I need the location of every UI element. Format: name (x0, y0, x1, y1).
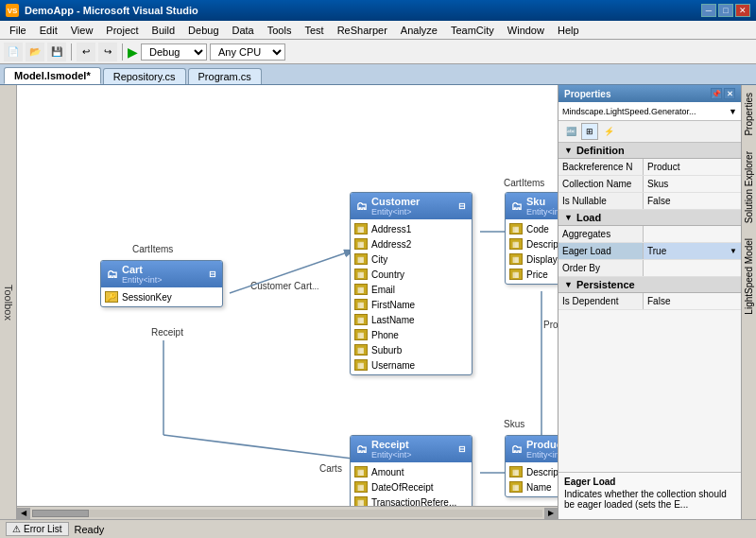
right-sidebar-tabs: Properties Solution Explorer LightSpeed … (741, 85, 756, 519)
props-section-load[interactable]: ▼ Load (558, 210, 741, 226)
maximize-button[interactable]: □ (718, 4, 733, 17)
new-file-btn[interactable]: 📄 (4, 43, 23, 61)
sep2 (122, 43, 123, 61)
props-value-orderby (644, 260, 741, 276)
props-row-orderby: Order By (558, 260, 741, 277)
menu-test[interactable]: Test (299, 23, 329, 38)
props-section-persistence[interactable]: ▼ Persistence (558, 277, 741, 293)
menu-help[interactable]: Help (552, 23, 585, 38)
entity-cart-title: Cart (122, 264, 163, 275)
debug-combo[interactable]: Debug (141, 43, 207, 61)
props-header: Properties 📌 ✕ (558, 85, 741, 102)
menu-tools[interactable]: Tools (262, 23, 298, 38)
scroll-right-btn[interactable]: ▶ (544, 508, 558, 519)
entity-receipt-header: 🗂 Receipt Entity<int> ⊟ (351, 436, 472, 462)
props-value-eagerload[interactable]: True ▼ (644, 243, 741, 259)
right-tab-solution-explorer[interactable]: Solution Explorer (742, 144, 756, 231)
entity-product[interactable]: 🗂 Product Entity<int> ⊟ ▦Descrip... ▦Nam… (505, 435, 558, 497)
entity-cart-collapse[interactable]: ⊟ (209, 269, 216, 279)
props-name-collectionname: Collection Name (558, 176, 644, 192)
entity-sku-title: Sku (526, 196, 558, 207)
props-sort-alpha-btn[interactable]: 🔤 (562, 123, 579, 140)
customer-row-email: ▦Email (351, 282, 472, 297)
props-row-eagerload[interactable]: Eager Load True ▼ (558, 243, 741, 260)
redo-btn[interactable]: ↪ (98, 43, 117, 61)
customer-row-suburb: ▦Suburb (351, 342, 472, 357)
entity-product-title: Product (526, 439, 558, 450)
entity-receipt-collapse[interactable]: ⊟ (458, 444, 466, 454)
entity-product-icon: 🗂 (511, 443, 523, 456)
scroll-left-btn[interactable]: ◀ (17, 508, 30, 519)
window-controls: ─ □ ✕ (701, 4, 750, 17)
eagerload-dropdown-icon[interactable]: ▼ (730, 247, 737, 255)
status-text: Ready (75, 524, 105, 535)
tab-program[interactable]: Program.cs (188, 68, 262, 84)
right-tab-properties[interactable]: Properties (742, 85, 756, 144)
entity-cart-icon: 🗂 (107, 268, 118, 281)
diagram-area[interactable]: CartItems Customer Cart... CartItems Pro… (17, 85, 558, 519)
entity-receipt[interactable]: 🗂 Receipt Entity<int> ⊟ ▦Amount ▦DateOfR… (350, 435, 472, 512)
menu-window[interactable]: Window (502, 23, 550, 38)
props-grid: ▼ Definition Backreference N Product Col… (558, 143, 741, 472)
save-btn[interactable]: 💾 (47, 43, 66, 61)
props-desc-title: Eager Load (564, 477, 735, 487)
sku-row-descrip: ▦Descrip... (506, 236, 558, 252)
props-description: Eager Load Indicates whether the collect… (558, 472, 741, 519)
entity-customer[interactable]: 🗂 Customer Entity<int> ⊟ ▦Address1 ▦Addr… (350, 192, 472, 375)
props-selector[interactable]: Mindscape.LightSpeed.Generator... ▼ (558, 102, 741, 121)
conn-label-receipt: Receipt (149, 327, 185, 338)
props-selector-dropdown-icon[interactable]: ▼ (729, 107, 737, 116)
customer-row-phone: ▦Phone (351, 327, 472, 342)
minimize-button[interactable]: ─ (701, 4, 716, 17)
entity-customer-header: 🗂 Customer Entity<int> ⊟ (351, 193, 472, 219)
menu-data[interactable]: Data (227, 23, 260, 38)
product-row-descrip: ▦Descrip... (506, 464, 558, 479)
props-events-btn[interactable]: ⚡ (600, 123, 617, 140)
props-close-btn[interactable]: ✕ (724, 88, 735, 99)
customer-row-username: ▦Username (351, 357, 472, 373)
tab-model[interactable]: Model.lsmodel* (4, 67, 101, 84)
entity-cart-row-sessionkey: 🔑 SessionKey (101, 289, 222, 304)
menu-resharper[interactable]: ReSharper (332, 23, 393, 38)
error-list-tab[interactable]: ⚠ Error List (6, 522, 69, 536)
customer-row-address2: ▦Address2 (351, 236, 472, 252)
entity-receipt-icon: 🗂 (356, 443, 368, 456)
horizontal-scrollbar[interactable]: ◀ ▶ (17, 506, 558, 519)
sku-row-display: ▦Display... (506, 252, 558, 267)
conn-label-cartitems1: CartItems (130, 244, 175, 254)
menu-file[interactable]: File (4, 23, 32, 38)
open-btn[interactable]: 📂 (26, 43, 44, 61)
cpu-combo[interactable]: Any CPU (210, 43, 285, 61)
scroll-thumb[interactable] (32, 510, 89, 517)
play-button[interactable]: ▶ (128, 44, 138, 60)
menu-build[interactable]: Build (146, 23, 180, 38)
menu-teamcity[interactable]: TeamCity (445, 23, 500, 38)
props-sort-cat-btn[interactable]: ⊞ (581, 123, 598, 140)
props-section-definition[interactable]: ▼ Definition (558, 143, 741, 159)
props-row-aggregates: Aggregates (558, 226, 741, 243)
menu-analyze[interactable]: Analyze (395, 23, 443, 38)
menu-view[interactable]: View (65, 23, 99, 38)
sep1 (71, 43, 72, 61)
props-name-isnullable: Is Nullable (558, 193, 644, 209)
status-bar: ⚠ Error List Ready (0, 519, 756, 538)
props-name-eagerload: Eager Load (558, 243, 644, 259)
undo-btn[interactable]: ↩ (77, 43, 95, 61)
app-title: DemoApp - Microsoft Visual Studio (25, 5, 198, 16)
props-name-isdependent: Is Dependent (558, 293, 644, 309)
props-pin-btn[interactable]: 📌 (711, 88, 722, 99)
menu-project[interactable]: Project (100, 23, 144, 38)
menu-debug[interactable]: Debug (182, 23, 224, 38)
entity-sku-subtype: Entity<int> (526, 207, 558, 217)
entity-customer-collapse[interactable]: ⊟ (458, 201, 466, 211)
sku-row-code: ▦Code (506, 221, 558, 236)
entity-product-subtype: Entity<int> (526, 450, 558, 460)
close-button[interactable]: ✕ (735, 4, 750, 17)
menu-edit[interactable]: Edit (34, 23, 63, 38)
entity-sku[interactable]: 🗂 Sku Entity<int> ⊟ ▦Code ▦Descrip... ▦D… (505, 192, 558, 285)
title-bar: VS DemoApp - Microsoft Visual Studio ─ □… (0, 0, 756, 21)
entity-cart[interactable]: 🗂 Cart Entity<int> ⊟ 🔑 SessionKey (100, 260, 223, 307)
tab-repository[interactable]: Repository.cs (103, 68, 186, 84)
right-tab-lightspeed-model[interactable]: LightSpeed Model (742, 231, 756, 322)
toolbox-sidebar[interactable]: Toolbox (0, 85, 17, 519)
